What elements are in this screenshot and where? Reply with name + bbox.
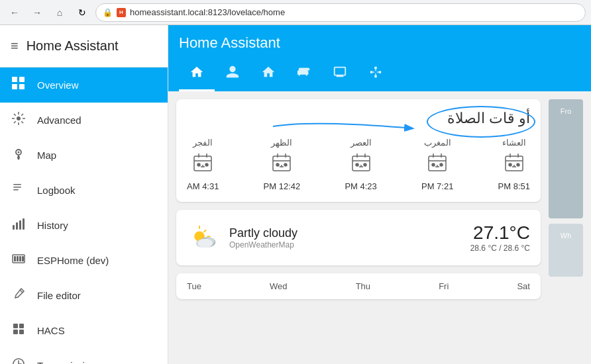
right-panel-fro: Fro — [549, 99, 583, 218]
svg-rect-10 — [13, 225, 15, 230]
hacs-label: HACS — [37, 325, 65, 336]
svg-rect-1 — [19, 77, 25, 82]
main-content: Home Assistant — [168, 25, 591, 364]
svg-rect-32 — [506, 156, 523, 171]
svg-rect-38 — [352, 156, 370, 171]
forecast-day-sat: Sat — [517, 281, 530, 291]
url-text: homeassistant.local:8123/lovelace/home — [130, 7, 285, 17]
svg-point-39 — [356, 163, 358, 166]
svg-rect-20 — [19, 324, 24, 328]
svg-rect-19 — [13, 324, 18, 328]
weather-info: Partly cloudy OpenWeatherMap — [229, 226, 462, 250]
tab-house[interactable] — [250, 58, 286, 91]
sidebar-item-overview[interactable]: Overview — [0, 68, 168, 103]
sidebar-item-logbook[interactable]: Logbook — [0, 173, 168, 208]
sidebar: ≡ Home Assistant Overview — [0, 25, 168, 364]
tab-network[interactable] — [358, 58, 394, 91]
tab-couch[interactable] — [286, 58, 322, 91]
svg-rect-26 — [374, 75, 377, 78]
svg-rect-7 — [13, 184, 21, 185]
svg-rect-0 — [12, 77, 17, 82]
svg-point-4 — [17, 116, 21, 120]
weather-source: OpenWeatherMap — [229, 240, 462, 250]
forecast-day-thu: Thu — [356, 281, 370, 291]
svg-point-45 — [197, 163, 200, 166]
svg-rect-35 — [429, 156, 446, 171]
esphome-label: ESPHome (dev) — [37, 255, 109, 266]
svg-point-46 — [205, 163, 208, 166]
svg-rect-22 — [19, 330, 24, 334]
prayer-card-title: أو قات الصلاة — [187, 110, 530, 127]
svg-rect-2 — [12, 84, 17, 89]
tab-family[interactable] — [215, 58, 250, 91]
sidebar-item-history[interactable]: History — [0, 208, 168, 243]
prayer-card: أو قات الصلاة — [176, 99, 541, 202]
right-panel-wh: Wh — [549, 224, 583, 277]
cards-area: أو قات الصلاة — [176, 99, 541, 356]
transmission-icon — [11, 357, 27, 364]
svg-rect-11 — [16, 222, 18, 230]
sidebar-item-transmission[interactable]: Transmission — [0, 348, 168, 364]
reload-button[interactable]: ↻ — [73, 3, 91, 22]
transmission-label: Transmission — [37, 360, 96, 364]
sidebar-item-map[interactable]: Map — [0, 138, 168, 173]
back-button[interactable]: ← — [5, 3, 24, 22]
esphome-icon — [11, 252, 27, 269]
home-button[interactable]: ⌂ — [50, 3, 69, 22]
svg-rect-21 — [13, 330, 18, 334]
favicon: H — [117, 8, 126, 17]
svg-point-42 — [276, 163, 279, 166]
sidebar-item-esphome[interactable]: ESPHome (dev) — [0, 243, 168, 278]
forecast-day-fri: Fri — [439, 281, 449, 291]
app-container: ≡ Home Assistant Overview — [0, 25, 591, 364]
sidebar-header: ≡ Home Assistant — [0, 25, 168, 68]
svg-rect-9 — [13, 189, 19, 191]
browser-chrome: ← → ⌂ ↻ 🔒 H homeassistant.local:8123/lov… — [0, 0, 591, 25]
tab-home[interactable] — [179, 58, 215, 91]
logbook-label: Logbook — [37, 185, 76, 196]
weather-range: 28.6 °C / 28.6 °C — [470, 244, 530, 253]
tab-monitor[interactable] — [322, 58, 358, 91]
prayer-time-fajr: الفجر 4: — [187, 138, 219, 191]
sidebar-item-file-editor[interactable]: File editor — [0, 278, 168, 313]
overview-icon — [11, 77, 27, 93]
prayer-time-ishaء: العشاء 8 — [498, 138, 530, 191]
weather-forecast: Tue Wed Thu Fri Sat — [176, 273, 541, 299]
logbook-icon — [11, 182, 27, 199]
sidebar-item-advanced[interactable]: Advanced — [0, 103, 168, 138]
history-icon — [11, 217, 27, 234]
svg-rect-18 — [22, 256, 24, 261]
svg-point-37 — [440, 163, 443, 166]
advanced-icon — [11, 112, 27, 128]
map-icon — [11, 147, 27, 163]
svg-rect-27 — [379, 71, 382, 73]
svg-rect-16 — [17, 256, 19, 261]
hacs-icon — [11, 322, 27, 339]
file-editor-icon — [11, 287, 27, 304]
main-tabs — [179, 58, 580, 91]
svg-point-43 — [284, 163, 287, 166]
prayer-time-asr: العصر 4: — [345, 138, 376, 191]
svg-line-49 — [204, 230, 206, 232]
address-bar[interactable]: 🔒 H homeassistant.local:8123/lovelace/ho… — [95, 3, 586, 22]
svg-rect-8 — [13, 187, 21, 188]
svg-point-6 — [18, 152, 20, 154]
sidebar-item-hacs[interactable]: HACS — [0, 313, 168, 348]
prayer-time-dhuhr: الظهر 12 — [264, 138, 301, 191]
hamburger-icon[interactable]: ≡ — [11, 38, 19, 54]
svg-rect-41 — [273, 156, 290, 171]
svg-point-33 — [509, 163, 511, 166]
forward-button[interactable]: → — [28, 3, 46, 22]
svg-rect-12 — [19, 220, 21, 230]
svg-rect-25 — [374, 67, 377, 69]
app-title: Home Assistant — [27, 38, 119, 54]
main-header-title: Home Assistant — [179, 25, 580, 58]
main-header: Home Assistant — [168, 25, 591, 91]
svg-point-34 — [517, 163, 519, 166]
lock-icon: 🔒 — [103, 8, 113, 17]
svg-rect-3 — [19, 84, 25, 89]
forecast-day-tue: Tue — [187, 281, 201, 291]
weather-card: Partly cloudy OpenWeatherMap 27.1°C 28.6… — [176, 210, 541, 265]
svg-rect-24 — [370, 71, 373, 73]
weather-temperature: 27.1°C — [470, 222, 530, 244]
